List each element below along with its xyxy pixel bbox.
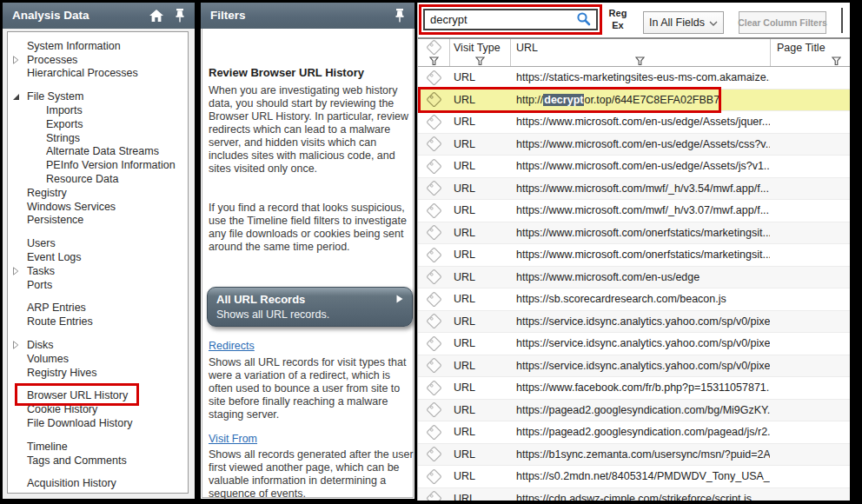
tag-icon[interactable] xyxy=(418,401,449,418)
table-row[interactable]: URLhttps://www.microsoft.com/en-us/edge/… xyxy=(418,156,850,178)
table-row[interactable]: URLhttps://pagead2.googlesyndication.com… xyxy=(418,421,850,444)
sidebar-item-alternate-data-streams[interactable]: Alternate Data Streams xyxy=(27,145,188,159)
table-row[interactable]: URLhttps://service.idsync.analytics.yaho… xyxy=(418,311,850,334)
tag-column-icon[interactable] xyxy=(418,39,449,56)
filter-funnel-icon[interactable] xyxy=(449,56,510,66)
table-row[interactable]: URLhttp://decryptor.top/644E7C8EFA02FBB7 xyxy=(418,90,850,112)
column-header-url[interactable]: URL xyxy=(510,42,770,54)
search-input[interactable]: decrypt xyxy=(423,9,598,30)
tree-expanded-icon[interactable] xyxy=(8,93,27,101)
column-header-visit-type[interactable]: Visit Type xyxy=(449,42,510,54)
sidebar-item-tags-and-comments[interactable]: Tags and Comments xyxy=(8,454,188,468)
sidebar-item-persistence[interactable]: Persistence xyxy=(8,214,188,228)
sidebar-item-event-logs[interactable]: Event Logs xyxy=(8,250,188,264)
search-scope-dropdown[interactable]: In All Fields xyxy=(643,11,724,34)
sidebar-item-disks[interactable]: Disks xyxy=(8,338,188,352)
sidebar-item-tasks[interactable]: Tasks xyxy=(8,264,188,278)
table-row[interactable]: URLhttps://statics-marketingsites-eus-ms… xyxy=(418,67,850,90)
sidebar-item-acquisition-history[interactable]: Acquisition History xyxy=(8,477,188,491)
sidebar-item-resource-data[interactable]: Resource Data xyxy=(27,172,188,186)
tag-icon[interactable] xyxy=(418,247,449,263)
sidebar-item-strings[interactable]: Strings xyxy=(27,131,188,145)
filter-funnel-icon[interactable] xyxy=(418,56,449,66)
tag-icon[interactable] xyxy=(418,468,449,485)
all-url-records-button[interactable]: All URL Records Shows all URL records. xyxy=(207,287,413,327)
table-row[interactable]: URLhttps://www.facebook.com/fr/b.php?p=1… xyxy=(418,377,850,400)
table-row[interactable]: URLhttps://www.microsoft.com/mwf/_h/v3.0… xyxy=(418,200,850,222)
clear-column-filters-button[interactable]: Clear Column Filters xyxy=(739,11,826,34)
sidebar-item-volumes[interactable]: Volumes xyxy=(8,352,188,366)
sidebar-item-hierarchical-processes[interactable]: Hierarchical Processes xyxy=(8,67,188,81)
table-row[interactable]: URLhttps://www.microsoft.com/en-us/edge/… xyxy=(418,134,850,156)
filter-funnel-icon[interactable] xyxy=(770,56,850,66)
pin-icon[interactable] xyxy=(172,8,188,23)
sidebar-item-label: Route Entries xyxy=(27,315,93,328)
table-row[interactable]: URLhttps://sb.scorecardresearch.com/beac… xyxy=(418,288,850,311)
table-row[interactable]: URLhttps://www.microsoft.com/en-us/edge xyxy=(418,267,850,289)
sidebar-item-label: Windows Services xyxy=(27,201,116,213)
tag-icon[interactable] xyxy=(418,424,449,441)
pin-icon[interactable] xyxy=(392,8,408,23)
visit-from-link[interactable]: Visit From xyxy=(209,433,257,445)
table-row[interactable]: URLhttps://www.microsoft.com/mwf/_h/v3.5… xyxy=(418,178,850,201)
sidebar-item-registry-hives[interactable]: Registry Hives xyxy=(8,366,188,380)
sidebar-item-file-system[interactable]: File System xyxy=(8,90,188,103)
table-row[interactable]: URLhttps://s0.2mdn.net/8405314/PMDWDV_To… xyxy=(418,466,850,488)
regex-label: Reg Ex xyxy=(605,7,631,31)
tag-icon[interactable] xyxy=(418,357,449,374)
sidebar-item-browser-url-history[interactable]: Browser URL History xyxy=(8,389,188,403)
table-row[interactable]: URLhttps://pagead2.googlesyndication.com… xyxy=(418,400,850,422)
sidebar-item-label: System Information xyxy=(27,40,121,52)
tag-icon[interactable] xyxy=(418,136,449,152)
chevron-down-icon xyxy=(709,17,718,29)
sidebar-item-arp-entries[interactable]: ARP Entries xyxy=(8,302,188,315)
table-row[interactable]: URLhttps://cdn.adswz-cimple.com/strikefo… xyxy=(418,488,850,501)
tag-icon[interactable] xyxy=(418,291,449,308)
redirects-link[interactable]: Redirects xyxy=(209,340,255,352)
tag-icon[interactable] xyxy=(418,446,449,462)
tag-icon[interactable] xyxy=(418,114,449,130)
sidebar-item-ports[interactable]: Ports xyxy=(8,278,188,292)
sidebar-item-label: Imports xyxy=(46,104,83,116)
tag-icon[interactable] xyxy=(418,490,449,501)
tag-icon[interactable] xyxy=(418,180,449,196)
sidebar-item-windows-services[interactable]: Windows Services xyxy=(8,200,188,214)
tag-icon[interactable] xyxy=(418,70,449,86)
url-cell: https://www.microsoft.com/en-us/edge/Ass… xyxy=(510,160,770,172)
table-row[interactable]: URLhttps://www.microsoft.com/onerfstatic… xyxy=(418,222,850,245)
column-header-page-title[interactable]: Page Title xyxy=(770,42,850,54)
sidebar-item-label: Users xyxy=(27,237,56,249)
table-row[interactable]: URLhttps://service.idsync.analytics.yaho… xyxy=(418,333,850,355)
sidebar-item-users[interactable]: Users xyxy=(8,236,188,250)
home-icon[interactable] xyxy=(149,8,164,23)
tag-icon[interactable] xyxy=(418,91,449,108)
filter-funnel-icon[interactable] xyxy=(510,56,770,66)
sidebar-item-cookie-history[interactable]: Cookie History xyxy=(8,402,188,416)
tag-icon[interactable] xyxy=(418,380,449,396)
sidebar-item-system-information[interactable]: System Information xyxy=(8,39,188,53)
tag-icon[interactable] xyxy=(418,202,449,219)
tag-icon[interactable] xyxy=(418,224,449,241)
table-row[interactable]: URLhttps://www.microsoft.com/en-us/edge/… xyxy=(418,111,850,134)
sidebar-item-registry[interactable]: Registry xyxy=(8,186,188,200)
table-row[interactable]: URLhttps://service.idsync.analytics.yaho… xyxy=(418,355,850,378)
tree-collapsed-icon[interactable] xyxy=(8,267,27,275)
sidebar-item-processes[interactable]: Processes xyxy=(8,53,188,67)
sidebar-item-timeline[interactable]: Timeline xyxy=(8,440,188,454)
tree-collapsed-icon[interactable] xyxy=(8,341,27,349)
table-row[interactable]: URLhttps://www.microsoft.com/onerfstatic… xyxy=(418,244,850,267)
sidebar-item-peinfo-version-information[interactable]: PEInfo Version Information xyxy=(27,158,188,172)
tree-collapsed-icon[interactable] xyxy=(8,56,27,64)
visit-from-description: Shows all records generated after the us… xyxy=(209,448,414,501)
sidebar-item-route-entries[interactable]: Route Entries xyxy=(8,315,188,328)
table-row[interactable]: URLhttps://b1sync.zemanta.com/usersync/m… xyxy=(418,444,850,467)
sidebar-item-label: Tasks xyxy=(27,265,55,277)
tag-icon[interactable] xyxy=(418,335,449,352)
tag-icon[interactable] xyxy=(418,313,449,329)
sidebar-item-exports[interactable]: Exports xyxy=(27,117,188,131)
sidebar-item-imports[interactable]: Imports xyxy=(27,103,188,117)
tag-icon[interactable] xyxy=(418,158,449,175)
tag-icon[interactable] xyxy=(418,269,449,285)
sidebar-item-file-download-history[interactable]: File Download History xyxy=(8,416,188,430)
search-icon[interactable] xyxy=(576,11,591,29)
